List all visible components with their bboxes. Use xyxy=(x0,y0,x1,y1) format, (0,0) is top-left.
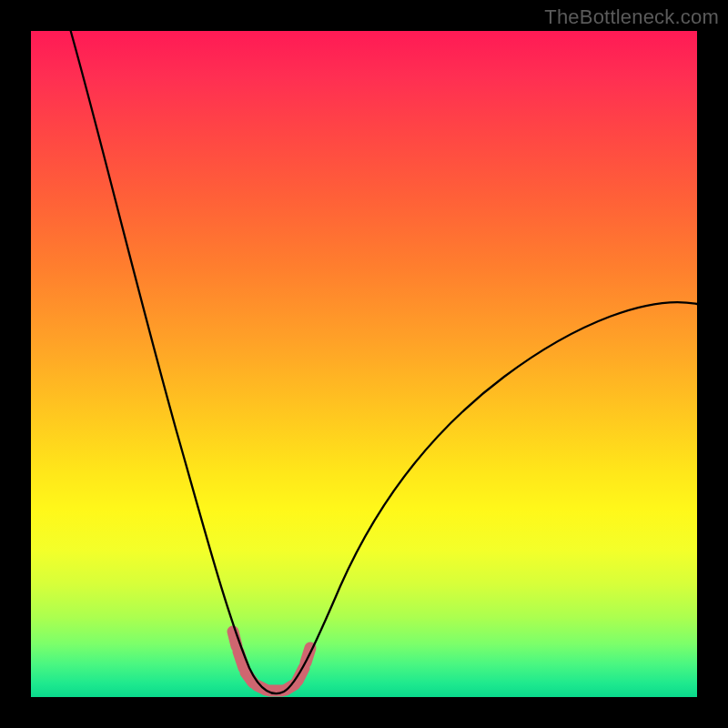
watermark-text: TheBottleneck.com xyxy=(544,5,719,29)
trough-highlight xyxy=(233,632,310,691)
plot-area xyxy=(31,31,697,697)
chart-frame: TheBottleneck.com xyxy=(0,0,728,728)
bottleneck-curve xyxy=(66,13,697,693)
chart-svg xyxy=(31,31,697,697)
